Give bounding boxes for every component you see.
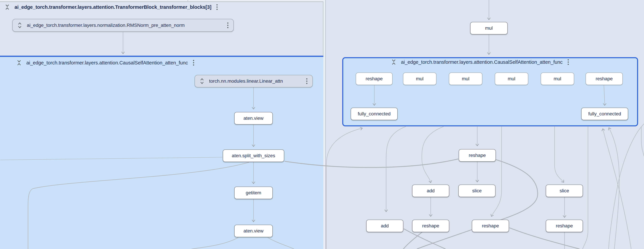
attention-group-title-right: ai_edge_torch.transformer.layers.attenti…	[401, 60, 563, 65]
op-node-mul[interactable]: mul	[449, 72, 482, 85]
attention-group-title-left: ai_edge_torch.transformer.layers.attenti…	[26, 60, 188, 66]
op-node-add[interactable]: add	[412, 184, 449, 197]
expand-icon[interactable]	[17, 22, 22, 29]
collapse-icon[interactable]	[4, 4, 10, 10]
transformer-block-header[interactable]: ai_edge_torch.transformer.layers.attenti…	[4, 4, 218, 10]
op-node-mul[interactable]: mul	[541, 72, 574, 85]
group-node-linear[interactable]: torch.nn.modules.linear.Linear_attn	[194, 75, 313, 88]
op-node-mul[interactable]: mul	[403, 72, 436, 85]
op-node-aten-view[interactable]: aten.view	[234, 112, 273, 124]
collapse-icon[interactable]	[16, 60, 22, 66]
attention-group-header-right[interactable]: ai_edge_torch.transformer.layers.attenti…	[391, 59, 570, 66]
op-node-slice[interactable]: slice	[458, 184, 496, 197]
expand-icon[interactable]	[199, 78, 205, 84]
op-node-reshape[interactable]: reshape	[472, 220, 509, 232]
op-node-add[interactable]: add	[366, 220, 403, 232]
op-node-reshape[interactable]: reshape	[586, 72, 623, 85]
op-node-reshape[interactable]: reshape	[356, 72, 392, 85]
op-node-mul[interactable]: mul	[495, 72, 528, 85]
collapse-icon[interactable]	[391, 59, 396, 66]
op-node-aten-view[interactable]: aten.view	[234, 225, 273, 237]
op-node-reshape[interactable]: reshape	[546, 220, 583, 232]
op-node-mul[interactable]: mul	[470, 22, 508, 34]
group-node-rms-norm[interactable]: ai_edge_torch.transformer.layers.normali…	[12, 19, 234, 32]
op-node-reshape[interactable]: reshape	[412, 220, 449, 232]
more-options-icon[interactable]	[192, 60, 195, 66]
graph-canvas[interactable]: ai_edge_torch.transformer.layers.attenti…	[0, 0, 644, 249]
op-node-fully-connected[interactable]: fully_connected	[351, 108, 398, 120]
more-options-icon[interactable]	[567, 59, 570, 66]
op-node-fully-connected[interactable]: fully_connected	[581, 108, 628, 120]
group-node-label: torch.nn.modules.linear.Linear_attn	[209, 78, 283, 84]
op-node-slice[interactable]: slice	[546, 184, 583, 197]
more-options-icon[interactable]	[216, 4, 218, 10]
op-node-reshape[interactable]: reshape	[459, 149, 496, 162]
op-node-getitem[interactable]: getitem	[234, 186, 273, 199]
more-options-icon[interactable]	[227, 22, 229, 29]
transformer-block-title: ai_edge_torch.transformer.layers.attenti…	[14, 4, 212, 10]
more-options-icon[interactable]	[306, 78, 308, 84]
group-node-label: ai_edge_torch.transformer.layers.normali…	[27, 22, 185, 28]
attention-group-header-left[interactable]: ai_edge_torch.transformer.layers.attenti…	[16, 60, 195, 66]
op-node-split-with-sizes[interactable]: aten.split_with_sizes	[223, 150, 284, 162]
